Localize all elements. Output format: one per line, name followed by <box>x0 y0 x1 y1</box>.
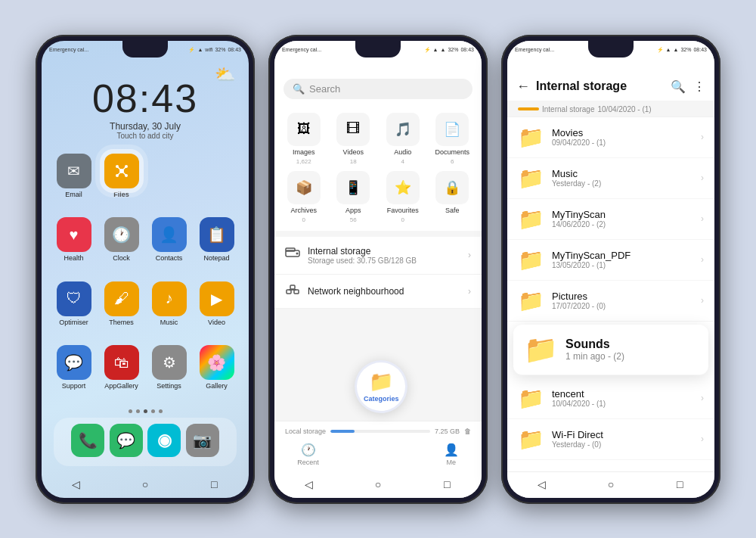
app-optimiser[interactable]: 🛡 Optimiser <box>54 281 94 338</box>
audio-label: Audio <box>394 148 411 156</box>
tab-me[interactable]: 👤 Me <box>444 443 459 466</box>
cat-safe[interactable]: 🔒 Safe <box>431 171 475 223</box>
archives-label: Archives <box>290 207 317 214</box>
folder-pictures-arrow: › <box>701 295 704 306</box>
network-title: Network neighbourhood <box>308 286 460 297</box>
audio-icon: 🎵 <box>386 113 420 146</box>
storage-search-icon[interactable]: 🔍 <box>671 79 686 94</box>
back-button[interactable]: ← <box>516 79 530 95</box>
app-gallery[interactable]: 🌸 Gallery <box>197 345 237 402</box>
files-header: 🔍 Search <box>274 58 482 105</box>
battery-label-3: 32% <box>680 47 691 52</box>
folder-music[interactable]: 📁 Music Yesterday - (2) › <box>507 158 714 199</box>
cat-audio[interactable]: 🎵 Audio 4 <box>381 113 425 165</box>
app-contacts[interactable]: 👤 Contacts <box>149 217 189 274</box>
images-count: 1,622 <box>296 158 311 165</box>
app-email[interactable]: ✉ Email <box>54 154 94 210</box>
tab-recent[interactable]: 🕐 Recent <box>297 443 319 466</box>
folder-mytinyscan[interactable]: 📁 MyTinyScan 14/06/2020 - (2) › <box>507 199 714 240</box>
me-tab-label: Me <box>446 459 456 466</box>
video-icon: ▶ <box>200 281 234 316</box>
back-nav-2[interactable]: ◁ <box>299 477 320 492</box>
folder-tencent-date: 10/04/2020 - (1) <box>552 400 693 408</box>
notch-1 <box>122 41 168 58</box>
dock-camera[interactable]: 📷 <box>186 424 219 457</box>
notch-2 <box>355 41 401 58</box>
dock-messages[interactable]: 💬 <box>110 424 143 457</box>
cat-documents[interactable]: 📄 Documents 6 <box>431 113 475 165</box>
home-nav-3[interactable]: ○ <box>600 477 621 492</box>
app-appgallery[interactable]: 🛍 AppGallery <box>101 345 141 402</box>
folder-movies[interactable]: 📁 Movies 09/04/2020 - (1) › <box>507 117 714 158</box>
app-themes[interactable]: 🖌 Themes <box>101 281 141 338</box>
time-label-1: 08:43 <box>228 47 241 52</box>
folder-mytinyscan-pdf[interactable]: 📁 MyTinyScan_PDF 13/05/2020 - (1) › <box>507 240 714 281</box>
health-label: Health <box>64 254 83 262</box>
appgallery-label: AppGallery <box>104 382 138 390</box>
safe-label: Safe <box>445 207 460 214</box>
status-icons-2: ⚡ ▲ ▲ 32% 08:43 <box>424 47 474 53</box>
back-nav-3[interactable]: ◁ <box>531 477 553 492</box>
folder-mytinyscan-info: MyTinyScan 14/06/2020 - (2) <box>552 209 693 229</box>
clock-label: Clock <box>113 254 130 262</box>
home-nav-2[interactable]: ○ <box>367 477 389 492</box>
breadcrumb-date: 10/04/2020 - (1) <box>598 105 652 114</box>
home-screen: Emergency cal... ⚡ ▲ wifi 32% 08:43 08:4… <box>42 41 249 498</box>
phone-2-screen: Emergency cal... ⚡ ▲ ▲ 32% 08:43 🔍 Searc… <box>274 41 482 498</box>
cat-images[interactable]: 🖼 Images 1,622 <box>282 113 326 165</box>
cat-archives[interactable]: 📦 Archives 0 <box>282 171 326 223</box>
internal-storage-item[interactable]: Internal storage Storage used: 30.75 GB/… <box>274 237 482 275</box>
storage-more-icon[interactable]: ⋮ <box>693 79 705 94</box>
favourites-count: 0 <box>401 216 404 223</box>
images-icon: 🖼 <box>287 113 321 146</box>
app-files[interactable]: Files <box>101 154 141 210</box>
folder-music-info: Music Yesterday - (2) <box>552 168 693 188</box>
search-bar[interactable]: 🔍 Search <box>284 79 472 99</box>
cat-favourites[interactable]: ⭐ Favourites 0 <box>381 171 425 223</box>
recents-nav-2[interactable]: □ <box>436 477 457 492</box>
folder-sounds[interactable]: 📁 Sounds 1 min ago - (2) <box>513 325 708 375</box>
app-health[interactable]: ♥ Health <box>54 217 94 274</box>
folder-wifi-direct[interactable]: 📁 Wi-Fi Direct Yesterday - (0) › <box>507 419 714 460</box>
app-support[interactable]: 💬 Support <box>54 345 94 402</box>
notepad-icon: 📋 <box>200 217 234 252</box>
notch-3 <box>588 41 634 58</box>
dock-phone[interactable]: 📞 <box>71 424 104 457</box>
folder-pictures[interactable]: 📁 Pictures 17/07/2020 - (0) › <box>507 281 714 322</box>
back-nav-1[interactable]: ◁ <box>66 477 87 492</box>
sig-icon-2: ▲ <box>433 47 438 52</box>
recents-nav-3[interactable]: □ <box>669 477 690 492</box>
videos-label: Videos <box>343 148 364 156</box>
app-music[interactable]: ♪ Music <box>149 281 189 338</box>
phone-3-screen: Emergency cal... ⚡ ▲ ▲ 32% 08:43 ← Inter… <box>507 41 714 498</box>
app-video[interactable]: ▶ Video <box>197 281 237 338</box>
clock-date: Thursday, 30 July <box>42 121 249 132</box>
network-icon <box>285 284 300 299</box>
app-settings[interactable]: ⚙ Settings <box>149 345 189 402</box>
clock-sub: Touch to add city <box>42 132 249 140</box>
page-dots <box>42 409 249 418</box>
folder-mytinyscan-pdf-icon: 📁 <box>518 247 544 272</box>
appgallery-icon: 🛍 <box>104 345 139 380</box>
folder-music-icon: 📁 <box>518 166 544 191</box>
app-clock[interactable]: 🕐 Clock <box>101 217 141 274</box>
categories-bubble[interactable]: 📁 Categories <box>355 360 407 413</box>
recents-nav-1[interactable]: □ <box>203 477 225 492</box>
home-nav-1[interactable]: ○ <box>135 477 156 492</box>
folder-tencent[interactable]: 📁 tencent 10/04/2020 - (1) › <box>507 378 714 419</box>
dock-hivision[interactable]: ◉ <box>147 424 181 457</box>
app-notepad[interactable]: 📋 Notepad <box>197 217 237 274</box>
storage-section: Internal storage Storage used: 30.75 GB/… <box>274 237 482 309</box>
files-tabs: 🕐 Recent 📁 Categories 📁 Categories 👤 M <box>274 438 482 472</box>
folder-movies-icon: 📁 <box>518 125 544 150</box>
folder-mytinyscan-name: MyTinyScan <box>552 209 693 220</box>
folder-tencent-name: tencent <box>552 388 693 400</box>
folder-wifi-direct-icon: 📁 <box>518 427 544 452</box>
cat-apps[interactable]: 📱 Apps 56 <box>332 171 376 223</box>
emergency-label-3: Emergency cal... <box>515 47 554 52</box>
network-neighbourhood-item[interactable]: Network neighbourhood › <box>274 275 482 309</box>
cat-videos[interactable]: 🎞 Videos 18 <box>332 113 376 165</box>
tab-categories[interactable]: 📁 Categories 📁 Categories <box>364 443 398 466</box>
dot-1 <box>129 409 132 413</box>
folder-mytinyscan-pdf-date: 13/05/2020 - (1) <box>552 261 693 269</box>
